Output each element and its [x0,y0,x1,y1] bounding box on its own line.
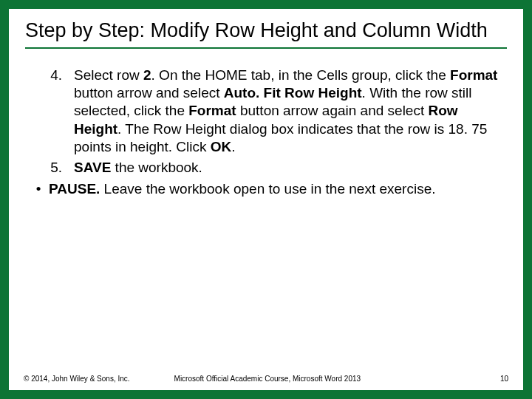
item-number: 4. [28,66,74,157]
item-text: Select row 2. On the HOME tab, in the Ce… [74,66,504,157]
title-area: Step by Step: Modify Row Height and Colu… [9,9,523,53]
bold-text: Auto. Fit Row Height [224,85,362,100]
text: button arrow and select [74,85,224,100]
footer-course: Microsoft Official Academic Course, Micr… [174,375,500,383]
text: . On the HOME tab, in the Cells group, c… [151,67,450,83]
bold-text: PAUSE. [49,181,104,197]
bullet-list: • PAUSE. Leave the workbook open to use … [28,180,504,198]
bold-text: OK [211,139,232,154]
bullet-icon: • [28,180,49,198]
item-text: SAVE the workbook. [74,159,504,177]
list-item: • PAUSE. Leave the workbook open to use … [28,180,504,198]
text: Leave the workbook open to use in the ne… [104,181,436,197]
list-item: 5. SAVE the workbook. [28,159,504,177]
bold-text: Format [450,67,497,83]
item-text: PAUSE. Leave the workbook open to use in… [49,180,504,198]
bold-text: Format [188,103,236,118]
text: . [231,139,235,154]
step-list: 4. Select row 2. On the HOME tab, in the… [28,66,504,177]
slide: Step by Step: Modify Row Height and Colu… [0,0,532,399]
text: the workbook. [115,160,202,175]
text: . The Row Height dialog box indicates th… [74,121,487,154]
footer-page: 10 [500,375,508,383]
text: button arrow again and select [236,103,429,118]
list-item: 4. Select row 2. On the HOME tab, in the… [28,66,504,157]
bold-text: 2 [143,67,151,83]
footer-copyright: © 2014, John Wiley & Sons, Inc. [24,375,174,383]
footer: © 2014, John Wiley & Sons, Inc. Microsof… [24,375,508,383]
text: Select row [74,67,143,83]
divider [25,47,507,49]
page-title: Step by Step: Modify Row Height and Colu… [25,19,507,43]
bold-text: SAVE [74,160,115,175]
item-number: 5. [28,159,74,177]
body-area: 4. Select row 2. On the HOME tab, in the… [9,53,523,198]
